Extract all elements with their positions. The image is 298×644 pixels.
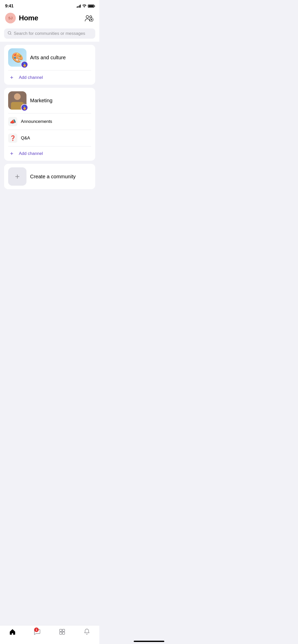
main-content: 🎨 Arts and culture + Add channel Marketi…: [0, 42, 99, 192]
header: SJ Home: [0, 11, 99, 26]
search-container: Search for communities or messages: [0, 26, 99, 42]
community-header-arts[interactable]: 🎨 Arts and culture: [4, 45, 95, 70]
search-input[interactable]: Search for communities or messages: [14, 31, 85, 36]
community-name-marketing: Marketing: [30, 98, 52, 104]
status-bar: 9:41: [0, 0, 99, 11]
community-card-marketing: Marketing 📣 Announcements ❓ Q&A + Add ch…: [4, 88, 95, 161]
avatar[interactable]: SJ: [5, 13, 16, 23]
community-icon-wrap-marketing: [8, 91, 26, 110]
add-channel-label: Add channel: [19, 75, 43, 80]
page-title: Home: [19, 14, 38, 22]
community-badge-marketing: [21, 104, 28, 111]
wifi-icon: [82, 4, 86, 8]
svg-point-0: [86, 16, 89, 18]
channel-name-announcements: Announcements: [21, 119, 52, 124]
community-badge-arts: [21, 61, 28, 68]
battery-icon: [88, 5, 94, 8]
signal-icon: [77, 5, 81, 8]
create-community-icon: +: [8, 167, 26, 186]
status-icons: [77, 4, 94, 8]
svg-point-1: [90, 16, 92, 18]
community-card-arts: 🎨 Arts and culture + Add channel: [4, 45, 95, 85]
announcements-icon: 📣: [8, 117, 17, 126]
community-header-marketing[interactable]: Marketing: [4, 88, 95, 113]
community-icon-wrap-arts: 🎨: [8, 48, 26, 67]
community-name-arts: Arts and culture: [30, 55, 66, 61]
add-channel-label-marketing: Add channel: [19, 151, 43, 156]
add-channel-arts[interactable]: + Add channel: [4, 70, 95, 85]
add-channel-marketing[interactable]: + Add channel: [4, 147, 95, 161]
qna-icon: ❓: [8, 134, 17, 143]
search-icon: [8, 31, 12, 36]
channel-qna[interactable]: ❓ Q&A: [4, 130, 95, 146]
add-channel-icon: +: [8, 74, 15, 81]
palette-emoji: 🎨: [11, 53, 23, 62]
header-left: SJ Home: [5, 13, 38, 23]
add-community-button[interactable]: [84, 13, 94, 23]
add-channel-icon-marketing: +: [8, 150, 15, 157]
channel-name-qna: Q&A: [21, 136, 30, 141]
channel-announcements[interactable]: 📣 Announcements: [4, 113, 95, 130]
create-community-label: Create a community: [30, 174, 76, 180]
search-bar[interactable]: Search for communities or messages: [4, 28, 95, 39]
status-time: 9:41: [5, 4, 13, 9]
create-community[interactable]: + Create a community: [4, 164, 95, 189]
add-community-icon: [84, 14, 93, 22]
